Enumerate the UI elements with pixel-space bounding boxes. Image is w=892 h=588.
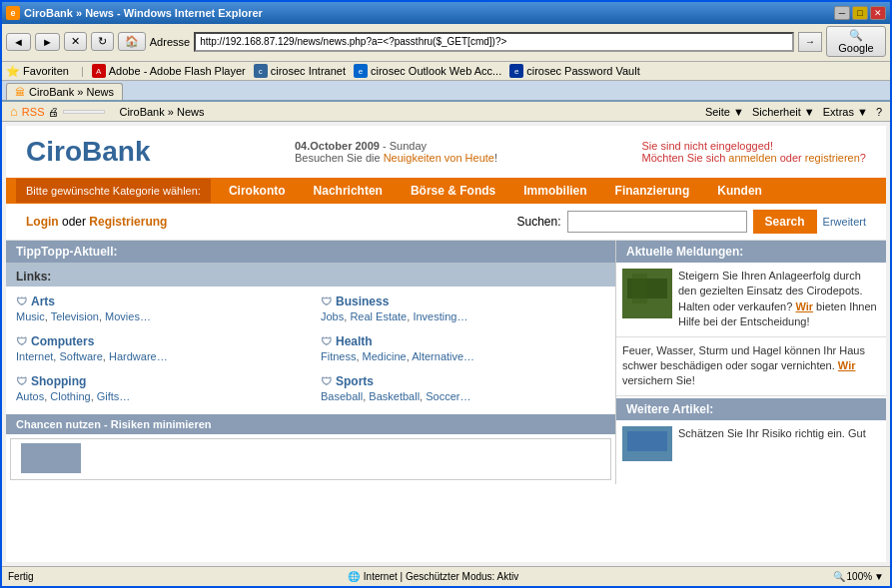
health-fitness[interactable]: Fitness (321, 350, 356, 362)
print-icon: 🖨 (48, 106, 59, 118)
status-text: Fertig (8, 571, 34, 582)
ie-secondary-toolbar: ⌂ RSS 🖨 CiroBank » News Seite ▼ Sicherhe… (2, 102, 890, 122)
search-button[interactable]: Search (753, 210, 817, 234)
refresh-button[interactable]: ↻ (91, 32, 114, 51)
adobe-icon: A (92, 64, 106, 78)
arts-title: Arts (16, 294, 301, 308)
favorites-label: ⭐ Favoriten (6, 65, 69, 78)
computers-internet[interactable]: Internet (16, 350, 53, 362)
right-panel: Aktuelle Meldungen: Steigern Sie Ihren A… (616, 241, 886, 484)
category-arts: Arts Music, Television, Movies… (16, 294, 301, 322)
help-tool-button[interactable]: ? (876, 106, 882, 118)
favorites-bar: ⭐ Favoriten | A Adobe - Adobe Flash Play… (2, 62, 890, 81)
sports-soccer[interactable]: Soccer… (426, 390, 470, 402)
news-item-2: Feuer, Wasser, Sturm und Hagel können Ih… (616, 337, 886, 396)
logo-bank: Bank (82, 136, 150, 167)
login-link[interactable]: Login (26, 215, 59, 229)
arts-tv[interactable]: Television (51, 310, 99, 322)
erweitert-link[interactable]: Erweitert (823, 216, 866, 228)
title-bar: e CiroBank » News - Windows Internet Exp… (2, 2, 890, 24)
business-realestate[interactable]: Real Estate (350, 310, 407, 322)
weitere-text-1: Schätzen Sie Ihr Risiko richtig ein. Gut (678, 426, 866, 461)
arts-subs: Music, Television, Movies… (16, 310, 301, 322)
maximize-button[interactable]: □ (852, 6, 868, 20)
anmelden-link[interactable]: anmelden (728, 152, 776, 164)
fav-cirosec-intranet[interactable]: c cirosec Intranet (254, 64, 346, 78)
active-tab[interactable]: 🏛 CiroBank » News (6, 83, 123, 100)
neuigkeiten-link[interactable]: Neuigkeiten von Heute (384, 152, 494, 164)
health-alternative[interactable]: Alternative… (412, 350, 474, 362)
aktuelle-header: Aktuelle Meldungen: (616, 241, 886, 263)
header-date-section: 04.October 2009 - Sunday Besuchen Sie di… (295, 140, 497, 164)
zoom-dropdown-icon[interactable]: ▼ (874, 571, 884, 582)
news-1-wir-link[interactable]: Wir (795, 300, 813, 312)
close-button[interactable]: ✕ (870, 6, 886, 20)
page-tool-button[interactable]: Seite ▼ (705, 106, 744, 118)
nav-immobilien[interactable]: Immobilien (509, 178, 600, 204)
shopping-autos[interactable]: Autos (16, 390, 44, 402)
address-input[interactable] (194, 32, 794, 52)
header-day: Sunday (390, 140, 427, 152)
health-medicine[interactable]: Medicine (363, 350, 407, 362)
outlook-icon: e (354, 64, 368, 78)
window-controls[interactable]: ─ □ ✕ (834, 6, 886, 20)
fav-adobe[interactable]: A Adobe - Adobe Flash Player (92, 64, 246, 78)
search-input[interactable] (567, 211, 747, 233)
nav-nachrichten[interactable]: Nachrichten (300, 178, 397, 204)
computers-hardware[interactable]: Hardware… (109, 350, 168, 362)
stop-button[interactable]: ✕ (64, 32, 87, 51)
chancen-label: Chancen nutzen - Risiken minimieren (16, 418, 212, 430)
fav-cirosec-outlook[interactable]: e cirosec Outlook Web Acc... (354, 64, 501, 78)
cirobank-logo: CiroBank (26, 136, 150, 168)
home-button[interactable]: 🏠 (118, 32, 146, 51)
chancen-bar: Chancen nutzen - Risiken minimieren (6, 414, 615, 434)
chancen-image-placeholder (10, 438, 611, 480)
search-login-row: Login oder Registrierung Suchen: Search … (6, 204, 886, 241)
svg-rect-4 (627, 431, 667, 451)
news-thumb-1 (622, 269, 672, 318)
search-icon[interactable]: 🔍 Google (826, 26, 886, 57)
business-jobs[interactable]: Jobs (321, 310, 344, 322)
category-health: Health Fitness, Medicine, Alternative… (321, 334, 605, 362)
page-search-box[interactable] (63, 110, 105, 114)
nav-kunden[interactable]: Kunden (703, 178, 776, 204)
computers-software[interactable]: Software (59, 350, 102, 362)
business-investing[interactable]: Investing… (413, 310, 467, 322)
sports-baseball[interactable]: Baseball (321, 390, 363, 402)
header-date: 04.October 2009 (295, 140, 380, 152)
shopping-clothing[interactable]: Clothing (50, 390, 90, 402)
search-label: Suchen: (517, 215, 561, 229)
nav-boerse[interactable]: Börse & Fonds (397, 178, 509, 204)
sports-title: Sports (321, 374, 605, 388)
back-button[interactable]: ◄ (6, 33, 31, 51)
shopping-gifts[interactable]: Gifts… (97, 390, 131, 402)
extras-tool-button[interactable]: Extras ▼ (823, 106, 868, 118)
news-item-1: Steigern Sie Ihren Anlageerfolg durch de… (616, 263, 886, 337)
minimize-button[interactable]: ─ (834, 6, 850, 20)
security-tool-button[interactable]: Sicherheit ▼ (752, 106, 815, 118)
sports-basketball[interactable]: Basketball (369, 390, 420, 402)
news-text-1: Steigern Sie Ihren Anlageerfolg durch de… (678, 269, 880, 330)
app-icon: e (6, 6, 20, 20)
weitere-item-1: Schätzen Sie Ihr Risiko richtig ein. Gut (616, 420, 886, 467)
address-label: Adresse (150, 36, 190, 48)
rss-icon: RSS (22, 106, 45, 118)
business-title: Business (321, 294, 605, 308)
navigation-toolbar: ◄ ► ✕ ↻ 🏠 Adresse → 🔍 Google (2, 24, 890, 62)
fav-password-vault[interactable]: e cirosec Password Vault (509, 64, 640, 78)
health-subs: Fitness, Medicine, Alternative… (321, 350, 605, 362)
page-inner: CiroBank 04.October 2009 - Sunday Besuch… (6, 126, 886, 562)
shopping-title: Shopping (16, 374, 301, 388)
arts-movies[interactable]: Movies… (105, 310, 151, 322)
nav-finanzierung[interactable]: Finanzierung (601, 178, 704, 204)
arts-music[interactable]: Music (16, 310, 45, 322)
tab-icon: 🏛 (15, 87, 25, 98)
svg-rect-2 (632, 274, 647, 303)
forward-button[interactable]: ► (35, 33, 60, 51)
news-2-wir-link[interactable]: Wir (838, 359, 856, 371)
registrieren-link[interactable]: registrieren (805, 152, 860, 164)
zoom-icon: 🔍 (833, 571, 845, 582)
go-button[interactable]: → (798, 32, 822, 52)
registrierung-link[interactable]: Registrierung (89, 215, 167, 229)
nav-cirokonto[interactable]: Cirokonto (215, 178, 300, 204)
